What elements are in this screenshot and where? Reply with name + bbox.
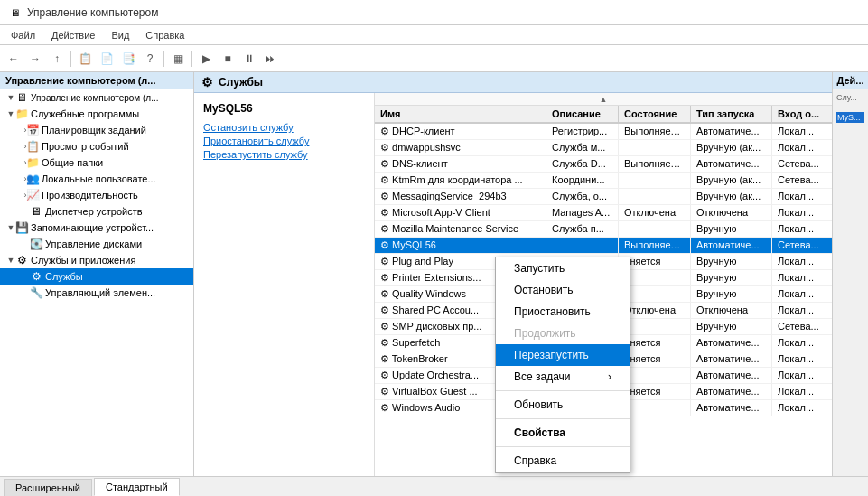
table-row[interactable]: ⚙ MySQL56ВыполняетсяАвтоматиче...Сетева.… [375, 238, 832, 254]
col-header-status[interactable]: Состояние [619, 106, 691, 122]
table-cell: Отключена [619, 205, 691, 220]
ctx-refresh[interactable]: Обновить [496, 394, 630, 416]
sidebar-item-performance[interactable]: › 📈 Производительность [0, 187, 193, 203]
table-cell: Вручную [691, 286, 772, 302]
table-row[interactable]: ⚙ DNS-клиентСлужба D...ВыполняетсяАвтома… [375, 156, 832, 173]
table-row[interactable]: ⚙ KtmRm для координатора ...Координи...В… [375, 173, 832, 189]
right-panel-content: Слу... MyS... [833, 89, 868, 126]
ctx-resume: Продолжить [496, 323, 630, 344]
sidebar-item-label: Просмотр событий [40, 141, 129, 152]
sidebar-item-device-manager[interactable]: 🖥 Диспетчер устройств [0, 203, 193, 220]
ctx-sep1 [496, 390, 630, 391]
sidebar-item-label: Службы [43, 271, 83, 282]
sidebar-item-services-section[interactable]: ▼ ⚙ Службы и приложения [0, 252, 193, 268]
table-cell: ⚙ Mozilla Maintenance Service [375, 221, 546, 237]
performance-icon: 📈 [25, 188, 40, 202]
menu-view[interactable]: Вид [104, 28, 136, 42]
folder-icon: 📁 [25, 155, 40, 170]
ctx-start[interactable]: Запустить [496, 257, 630, 279]
stop-service-link[interactable]: Остановить службу [203, 122, 365, 133]
table-cell: Локал... [772, 384, 832, 399]
up2-button[interactable]: 📄 [97, 49, 117, 69]
toolbar-sep1 [70, 51, 71, 67]
ctx-restart[interactable]: Перезапустить [496, 344, 630, 366]
table-row[interactable]: ⚙ dmwappushsvcСлужба м...Вручную (ак...Л… [375, 140, 832, 156]
back-button[interactable]: ← [4, 49, 23, 69]
restart-service-link[interactable]: Перезапустить службу [203, 149, 365, 160]
table-cell [619, 221, 691, 237]
sidebar-item-services-apps[interactable]: ▼ 📁 Служебные программы [0, 106, 193, 122]
ctx-help[interactable]: Справка [496, 450, 630, 472]
help-button[interactable]: ? [140, 49, 160, 69]
menu-help[interactable]: Справка [138, 28, 191, 42]
ctx-sep3 [496, 446, 630, 447]
sidebar-item-task-scheduler[interactable]: › 📅 Планировщик заданий [0, 122, 193, 138]
properties-button[interactable]: 📑 [118, 49, 138, 69]
tab-standard[interactable]: Стандартный [94, 478, 180, 496]
ctx-all-tasks[interactable]: Все задачи › [496, 366, 630, 388]
table-row[interactable]: ⚙ Microsoft App-V ClientManages A...Откл… [375, 205, 832, 221]
table-cell: Локал... [772, 368, 832, 383]
table-cell: Служба п... [546, 221, 619, 237]
table-cell: Manages A... [546, 205, 619, 220]
col-header-desc[interactable]: Описание [546, 106, 619, 122]
col-header-startup[interactable]: Тип запуска [691, 106, 772, 122]
table-cell: ⚙ MySQL56 [375, 238, 546, 253]
toolbar-sep2 [163, 51, 164, 67]
sidebar: Управление компьютером (л... ▼ 🖥 Управле… [0, 72, 194, 476]
play-button[interactable]: ▶ [196, 49, 216, 69]
table-cell: Автоматиче... [691, 368, 772, 383]
table-cell: Координи... [546, 173, 619, 188]
table-header: Имя Описание Состояние Тип запуска Вход … [375, 106, 832, 124]
sidebar-item-label: Службы и приложения [29, 255, 135, 266]
ctx-stop[interactable]: Остановить [496, 279, 630, 301]
table-cell: ⚙ KtmRm для координатора ... [375, 173, 546, 188]
expand-icon: ▼ [0, 256, 14, 265]
table-cell: ⚙ dmwappushsvc [375, 140, 546, 155]
col-header-name[interactable]: Имя [375, 106, 546, 122]
table-cell: Отключена [691, 303, 772, 318]
sidebar-item-shared-folders[interactable]: › 📁 Общие папки [0, 154, 193, 171]
table-cell: Сетева... [772, 238, 832, 253]
sidebar-item-local-users[interactable]: › 👥 Локальные пользовате... [0, 171, 193, 187]
scroll-up-indicator[interactable]: ▲ [600, 95, 608, 104]
expand-icon: ▼ [0, 109, 14, 118]
sidebar-item-disk-mgmt[interactable]: 💽 Управление дисками [0, 236, 193, 252]
device-icon: 🖥 [29, 204, 43, 219]
grid-button[interactable]: ▦ [168, 49, 188, 69]
services-panel-title: Службы [219, 76, 263, 89]
sidebar-item-event-viewer[interactable]: › 📋 Просмотр событий [0, 138, 193, 154]
ctx-pause[interactable]: Приостановить [496, 301, 630, 323]
col-header-login[interactable]: Вход о... [772, 106, 832, 122]
app-icon: 🖥 [7, 5, 22, 20]
menu-action[interactable]: Действие [44, 28, 102, 42]
table-cell: Вручную (ак... [691, 173, 772, 188]
forward-button[interactable]: → [25, 49, 45, 69]
table-cell: Локал... [772, 270, 832, 285]
main-layout: Управление компьютером (л... ▼ 🖥 Управле… [0, 72, 868, 476]
tab-extended[interactable]: Расширенный [4, 479, 92, 496]
sidebar-item-wmi[interactable]: 🔧 Управляющий элемен... [0, 285, 193, 301]
table-row[interactable]: ⚙ DHCP-клиентРегистрир...ВыполняетсяАвто… [375, 124, 832, 140]
table-cell: Служба, о... [546, 189, 619, 204]
pause-button[interactable]: ⏸ [239, 49, 259, 69]
ctx-sep2 [496, 418, 630, 419]
ctx-properties[interactable]: Свойства [496, 422, 630, 444]
sidebar-item-services[interactable]: ⚙ Службы [0, 268, 193, 285]
sidebar-item-computer-mgmt[interactable]: ▼ 🖥 Управление компьютером (л... [0, 89, 193, 106]
table-cell: Вручную [691, 254, 772, 269]
sidebar-item-label: Управление дисками [43, 239, 142, 249]
menu-file[interactable]: Файл [4, 28, 42, 42]
up-button[interactable]: ↑ [47, 49, 67, 69]
table-row[interactable]: ⚙ MessagingService_294b3Служба, о...Вруч… [375, 189, 832, 205]
sidebar-item-storage[interactable]: ▼ 💾 Запоминающие устройст... [0, 220, 193, 236]
pause-service-link[interactable]: Приостановить службу [203, 136, 365, 146]
sidebar-header: Управление компьютером (л... [0, 72, 193, 89]
table-cell: Вручную [691, 319, 772, 334]
table-cell: Регистрир... [546, 124, 619, 139]
resume-button[interactable]: ⏭ [261, 49, 281, 69]
show-hide-tree-button[interactable]: 📋 [75, 49, 95, 69]
stop-button[interactable]: ■ [218, 49, 238, 69]
tabs-bar: Расширенный Стандартный [0, 476, 868, 496]
table-row[interactable]: ⚙ Mozilla Maintenance ServiceСлужба п...… [375, 221, 832, 238]
